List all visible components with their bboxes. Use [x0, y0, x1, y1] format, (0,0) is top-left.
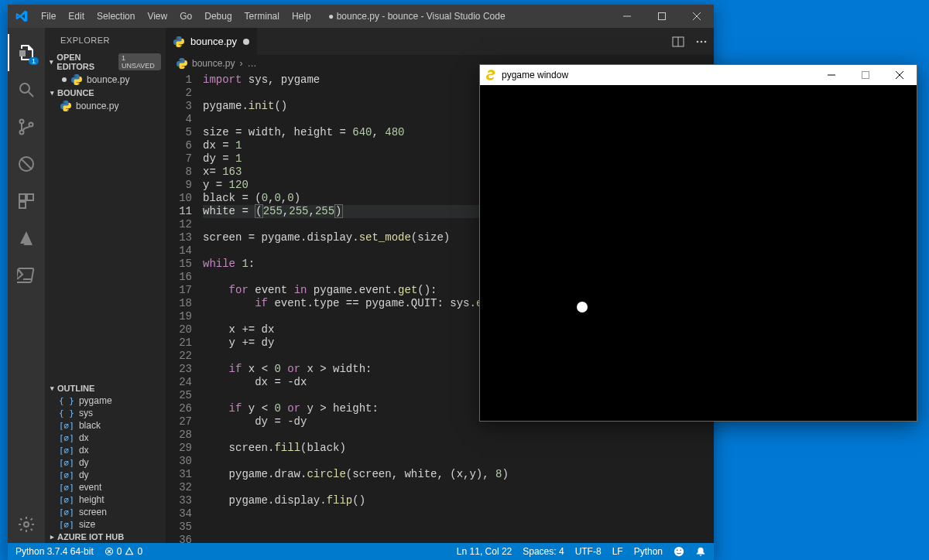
- pygame-minimize-icon[interactable]: [814, 65, 848, 85]
- python-file-icon: [177, 58, 187, 69]
- outline-label: screen: [79, 507, 107, 517]
- status-python-version[interactable]: Python 3.7.4 64-bit: [15, 546, 94, 557]
- outline-label: height: [79, 494, 105, 505]
- file-item[interactable]: bounce.py: [45, 99, 166, 113]
- outline-kind-icon: [∅]: [59, 433, 74, 443]
- unsaved-badge: 1 UNSAVED: [118, 53, 161, 70]
- modified-dot-icon: [62, 77, 67, 82]
- outline-kind-icon: [∅]: [59, 470, 74, 480]
- outline-section[interactable]: ▾ OUTLINE: [45, 382, 166, 394]
- split-editor-icon[interactable]: [672, 36, 684, 48]
- warning-count: 0: [137, 546, 142, 557]
- outline-kind-icon: { }: [59, 408, 74, 418]
- activity-bar: 1: [8, 28, 45, 543]
- status-encoding[interactable]: UTF-8: [575, 546, 602, 557]
- status-eol[interactable]: LF: [612, 546, 623, 557]
- svg-point-20: [704, 40, 707, 43]
- outline-kind-icon: [∅]: [59, 520, 74, 530]
- svg-point-8: [29, 123, 33, 127]
- powershell-icon[interactable]: [8, 257, 45, 294]
- menu-bar: File Edit Selection View Go Debug Termin…: [35, 5, 317, 28]
- menu-selection[interactable]: Selection: [91, 5, 141, 28]
- azure-icon[interactable]: [8, 220, 45, 257]
- outline-item[interactable]: [∅]dx: [45, 432, 166, 444]
- more-actions-icon[interactable]: [695, 36, 708, 48]
- status-spaces[interactable]: Spaces: 4: [523, 546, 564, 557]
- outline-item[interactable]: [∅]event: [45, 481, 166, 493]
- sidebar: EXPLORER ▾ OPEN EDITORS 1 UNSAVED bounce…: [45, 28, 166, 543]
- menu-edit[interactable]: Edit: [62, 5, 91, 28]
- outline-item[interactable]: { }sys: [45, 407, 166, 419]
- outline-item[interactable]: [∅]black: [45, 419, 166, 432]
- outline-label: dx: [79, 445, 89, 456]
- outline-label: size: [79, 519, 95, 530]
- status-bell-icon[interactable]: [695, 546, 706, 557]
- modified-dot-icon: [243, 39, 249, 45]
- extensions-icon[interactable]: [8, 183, 45, 220]
- svg-point-25: [677, 549, 678, 551]
- outline-item[interactable]: [∅]dx: [45, 444, 166, 456]
- open-editors-section[interactable]: ▾ OPEN EDITORS 1 UNSAVED: [45, 51, 166, 73]
- svg-line-5: [29, 92, 33, 97]
- svg-point-19: [701, 40, 703, 43]
- minimize-icon[interactable]: [609, 5, 644, 28]
- svg-rect-28: [862, 72, 869, 79]
- outline-kind-icon: [∅]: [59, 446, 74, 456]
- outline-item[interactable]: [∅]dy: [45, 469, 166, 481]
- svg-rect-1: [658, 13, 665, 20]
- python-file-icon: [71, 74, 82, 85]
- status-cursor[interactable]: Ln 11, Col 22: [457, 546, 512, 557]
- tab-bar: bounce.py: [166, 28, 714, 55]
- source-control-icon[interactable]: [8, 108, 45, 145]
- open-editor-item[interactable]: bounce.py: [45, 73, 166, 87]
- outline-item[interactable]: [∅]height: [45, 493, 166, 506]
- status-language[interactable]: Python: [634, 546, 663, 557]
- pygame-titlebar: pygame window: [480, 65, 917, 85]
- chevron-down-icon: ▾: [48, 89, 56, 97]
- svg-point-26: [680, 549, 681, 551]
- outline-item[interactable]: [∅]screen: [45, 506, 166, 518]
- explorer-badge: 1: [29, 57, 39, 65]
- outline-label: pygame: [79, 395, 112, 406]
- pygame-maximize-icon[interactable]: [848, 65, 883, 85]
- chevron-down-icon: ▾: [48, 58, 55, 66]
- outline-label: black: [79, 420, 101, 431]
- menu-file[interactable]: File: [35, 5, 62, 28]
- settings-gear-icon[interactable]: [8, 506, 45, 543]
- maximize-icon[interactable]: [644, 5, 679, 28]
- azure-title: AZURE IOT HUB: [57, 532, 124, 541]
- outline-kind-icon: [∅]: [59, 495, 74, 505]
- python-file-icon: [60, 101, 71, 111]
- python-file-icon: [173, 36, 184, 47]
- menu-go[interactable]: Go: [173, 5, 198, 28]
- status-feedback-icon[interactable]: [674, 546, 684, 557]
- svg-point-18: [697, 40, 699, 43]
- debug-icon[interactable]: [8, 145, 45, 183]
- svg-point-6: [20, 120, 24, 124]
- line-number-gutter: 1234567891011121314151617181920212223242…: [166, 72, 203, 543]
- outline-item[interactable]: [∅]dy: [45, 456, 166, 469]
- menu-view[interactable]: View: [141, 5, 173, 28]
- pygame-close-icon[interactable]: [883, 65, 917, 85]
- menu-help[interactable]: Help: [286, 5, 317, 28]
- outline-kind-icon: [∅]: [59, 421, 74, 431]
- search-icon[interactable]: [8, 71, 45, 108]
- menu-debug[interactable]: Debug: [198, 5, 238, 28]
- close-icon[interactable]: [679, 5, 714, 28]
- outline-kind-icon: { }: [59, 396, 74, 406]
- outline-item[interactable]: [∅]size: [45, 518, 166, 531]
- sidebar-title: EXPLORER: [45, 28, 166, 51]
- status-problems[interactable]: 0 0: [105, 546, 142, 557]
- tab-label: bounce.py: [190, 36, 237, 47]
- folder-title: BOUNCE: [57, 88, 94, 97]
- azure-section[interactable]: ▸ AZURE IOT HUB: [45, 531, 166, 543]
- tab-bounce[interactable]: bounce.py: [166, 28, 258, 55]
- breadcrumb-more: …: [247, 58, 256, 69]
- menu-terminal[interactable]: Terminal: [238, 5, 286, 28]
- svg-point-4: [20, 84, 29, 93]
- outline-item[interactable]: { }pygame: [45, 394, 166, 407]
- open-editor-label: bounce.py: [87, 74, 129, 85]
- outline-kind-icon: [∅]: [59, 507, 74, 517]
- folder-section[interactable]: ▾ BOUNCE: [45, 87, 166, 99]
- explorer-icon[interactable]: 1: [8, 34, 45, 71]
